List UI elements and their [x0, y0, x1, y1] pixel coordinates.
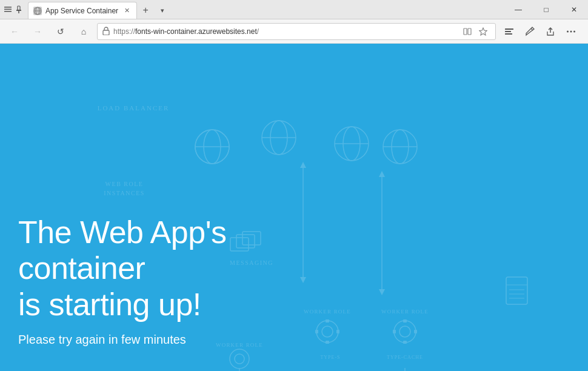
page-content: LOAD BALANCER WEB ROLE INSTANCES MESSAGI… — [0, 44, 588, 371]
svg-rect-14 — [505, 31, 511, 32]
tab-close-btn[interactable]: ✕ — [122, 6, 132, 16]
tab-favicon — [33, 7, 42, 15]
svg-point-62 — [235, 354, 244, 364]
svg-rect-2 — [4, 11, 12, 12]
svg-rect-1 — [4, 8, 12, 10]
lock-icon — [102, 27, 110, 36]
svg-marker-44 — [379, 171, 385, 177]
svg-point-26 — [270, 121, 287, 155]
svg-rect-11 — [468, 28, 471, 35]
svg-point-21 — [195, 130, 229, 164]
svg-text:TYPE-CACHE: TYPE-CACHE — [387, 355, 423, 360]
svg-text:TYPE-S: TYPE-S — [320, 355, 340, 360]
share-button[interactable] — [541, 22, 560, 41]
tab-label: App Service Container — [45, 7, 118, 15]
svg-point-31 — [383, 130, 417, 164]
svg-marker-12 — [479, 28, 487, 35]
svg-point-29 — [343, 127, 360, 161]
favorites-icon[interactable] — [476, 24, 490, 39]
new-tab-button[interactable]: + — [137, 2, 154, 19]
svg-rect-10 — [464, 28, 467, 35]
minimize-btn[interactable]: — — [504, 0, 532, 19]
svg-point-23 — [204, 130, 221, 164]
svg-marker-41 — [300, 162, 306, 168]
tab-dropdown-btn[interactable]: ▾ — [154, 2, 171, 19]
svg-rect-0 — [4, 7, 12, 8]
main-heading: The Web App's container is starting up! — [18, 215, 321, 323]
url-bar[interactable]: https://fonts-win-container.azurewebsite… — [97, 23, 496, 40]
browser-window: App Service Container ✕ + ▾ — □ ✕ ← → ↺ … — [0, 0, 588, 371]
title-bar: App Service Container ✕ + ▾ — □ ✕ — [0, 0, 588, 19]
url-text: https://fonts-win-container.azurewebsite… — [113, 27, 456, 36]
address-bar: ← → ↺ ⌂ https://fonts-win-container.azur… — [0, 19, 588, 44]
svg-rect-9 — [103, 30, 109, 35]
svg-text:LOAD BALANCER: LOAD BALANCER — [98, 104, 170, 112]
heading-line1: The Web App's container — [18, 215, 227, 286]
svg-rect-15 — [505, 33, 512, 35]
svg-point-25 — [262, 121, 296, 155]
svg-text:WEB ROLE: WEB ROLE — [105, 181, 144, 187]
url-suffix: / — [257, 27, 259, 36]
reader-view-icon[interactable] — [460, 24, 475, 39]
title-bar-left — [0, 5, 23, 14]
svg-point-18 — [570, 30, 572, 32]
tabs-area: App Service Container ✕ + ▾ — [23, 0, 504, 19]
maximize-btn[interactable]: □ — [532, 0, 560, 19]
svg-point-22 — [195, 130, 229, 164]
heading-line2: is starting up! — [18, 287, 201, 322]
back-button[interactable]: ← — [5, 22, 24, 41]
window-controls: — □ ✕ — [504, 0, 588, 19]
notes-button[interactable] — [520, 22, 540, 41]
forward-button[interactable]: → — [28, 22, 47, 41]
sub-heading: Please try again in few minutes — [18, 333, 588, 347]
svg-line-16 — [531, 28, 533, 30]
url-bar-right-icons — [460, 24, 490, 39]
toolbar-right — [499, 22, 583, 41]
svg-point-17 — [567, 30, 569, 32]
svg-point-28 — [335, 127, 369, 161]
active-tab[interactable]: App Service Container ✕ — [28, 2, 137, 19]
svg-point-32 — [392, 130, 409, 164]
svg-text:INSTANCES: INSTANCES — [104, 190, 145, 196]
close-btn[interactable]: ✕ — [560, 0, 588, 19]
url-prefix: https:// — [113, 27, 135, 36]
svg-point-19 — [573, 30, 575, 32]
pin-btn[interactable] — [15, 5, 23, 14]
svg-point-61 — [230, 349, 249, 369]
more-button[interactable] — [561, 22, 581, 41]
refresh-button[interactable]: ↺ — [51, 22, 70, 41]
system-menu-btn[interactable] — [4, 5, 12, 14]
hub-button[interactable] — [499, 22, 519, 41]
svg-rect-13 — [505, 28, 513, 30]
home-button[interactable]: ⌂ — [74, 22, 93, 41]
svg-rect-4 — [16, 10, 21, 11]
url-highlight: fonts-win-container.azurewebsites.net — [135, 27, 257, 36]
svg-rect-3 — [18, 6, 20, 10]
